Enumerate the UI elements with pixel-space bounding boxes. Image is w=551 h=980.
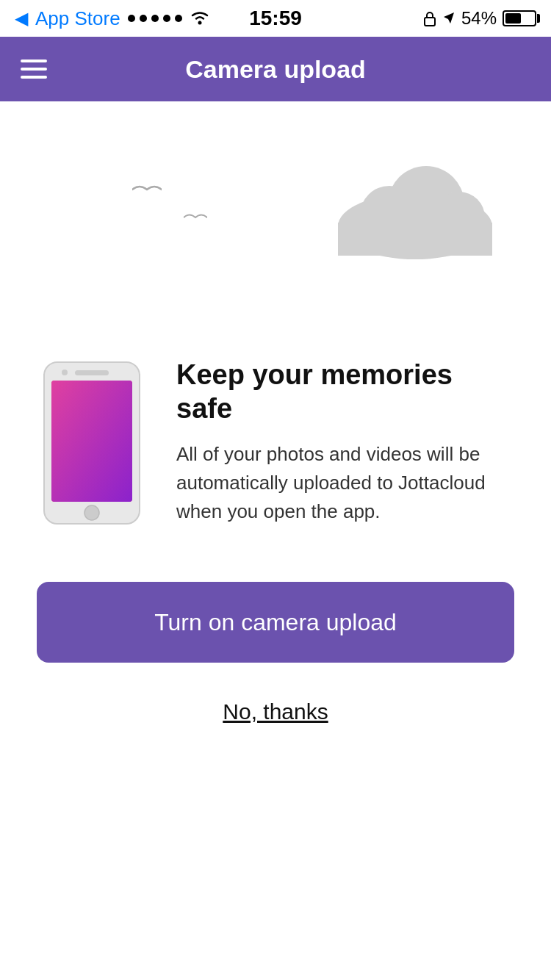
feature-title: Keep your memories safe xyxy=(176,359,514,425)
svg-rect-1 xyxy=(425,18,435,26)
svg-point-12 xyxy=(62,370,68,375)
status-time: 15:59 xyxy=(249,7,302,30)
feature-text: Keep your memories safe All of your phot… xyxy=(176,359,514,526)
main-content: Keep your memories safe All of your phot… xyxy=(0,101,551,754)
bird-2-icon xyxy=(184,212,207,223)
cloud-icon xyxy=(331,145,500,263)
svg-point-11 xyxy=(84,505,99,520)
status-right: 54% xyxy=(423,8,536,29)
status-bar: ◀ App Store 15:59 54% xyxy=(0,0,551,37)
turn-on-camera-upload-button[interactable]: Turn on camera upload xyxy=(37,582,514,663)
wifi-icon xyxy=(190,9,210,29)
hamburger-menu-button[interactable] xyxy=(21,60,47,79)
no-thanks-button[interactable]: No, thanks xyxy=(223,699,328,724)
cta-button-label: Turn on camera upload xyxy=(154,609,397,636)
feature-description: All of your photos and videos will be au… xyxy=(176,440,514,526)
feature-row: Keep your memories safe All of your phot… xyxy=(37,359,514,530)
battery-percent: 54% xyxy=(461,8,497,29)
no-thanks-label: No, thanks xyxy=(223,699,328,724)
phone-illustration xyxy=(37,359,147,530)
svg-rect-9 xyxy=(51,381,132,502)
signal-dots xyxy=(128,15,182,22)
nav-bar: Camera upload xyxy=(0,37,551,101)
svg-rect-10 xyxy=(75,370,109,375)
app-store-label: App Store xyxy=(35,7,120,30)
svg-point-0 xyxy=(198,21,201,24)
lock-icon xyxy=(423,10,436,26)
back-arrow-icon: ◀ xyxy=(15,8,28,29)
location-icon xyxy=(442,11,455,26)
bird-1-icon xyxy=(132,182,162,197)
illustration-area xyxy=(37,116,514,351)
svg-rect-6 xyxy=(338,223,492,256)
battery-icon xyxy=(503,10,536,26)
page-title: Camera upload xyxy=(185,55,366,84)
status-left: ◀ App Store xyxy=(15,7,210,30)
phone-svg xyxy=(37,359,147,527)
